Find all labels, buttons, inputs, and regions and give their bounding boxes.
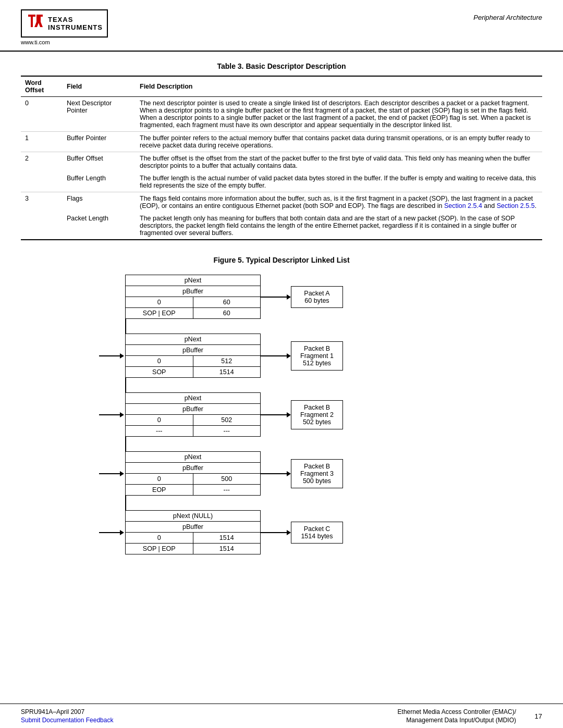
desc-row: 0 500 xyxy=(126,474,260,485)
cell-field: Buffer Pointer xyxy=(63,132,136,152)
table-row: 3 Flags The flags field contains more in… xyxy=(21,192,542,213)
table-row: Packet Length The packet length only has… xyxy=(21,212,542,240)
cell-description: The next descriptor pointer is used to c… xyxy=(136,97,542,132)
packet-box-b1: Packet BFragment 1512 bytes xyxy=(291,341,343,371)
connector-3-4 xyxy=(99,437,464,451)
cell-description: The packet length only has meaning for b… xyxy=(136,212,542,240)
desc-block-2: pNext pBuffer 0 512 SOP 1514 xyxy=(125,334,261,378)
desc-block-5: pNext (NULL) pBuffer 0 1514 SOP | EOP 15… xyxy=(125,510,261,554)
desc-row: pNext xyxy=(126,275,260,286)
arrow-to-packet-b2 xyxy=(261,412,291,417)
packet-box-c: Packet C1514 bytes xyxy=(291,522,343,544)
col-header-desc: Field Description xyxy=(136,76,542,97)
logo-box: Texas Instruments xyxy=(21,9,108,38)
desc-row: pBuffer xyxy=(126,463,260,474)
doc-id: SPRU941A–April 2007 xyxy=(21,708,113,715)
cell-description: The buffer length is the actual number o… xyxy=(136,172,542,192)
logo-area: Texas Instruments www.ti.com xyxy=(21,9,108,45)
desc-row: pNext xyxy=(126,334,260,345)
desc-block-4: pNext pBuffer 0 500 EOP --- xyxy=(125,451,261,496)
desc-row: pBuffer xyxy=(126,345,260,356)
doc-subtitle: Management Data Input/Output (MDIO) xyxy=(406,717,516,724)
submit-feedback-link[interactable]: Submit Documentation Feedback xyxy=(21,717,113,724)
figure-title: Figure 5. Typical Descriptor Linked List xyxy=(21,256,542,264)
table-title: Table 3. Basic Descriptor Description xyxy=(21,62,542,70)
logo-line2: Instruments xyxy=(48,23,103,31)
desc-row: pBuffer xyxy=(126,286,260,297)
descriptor-group-1: pNext pBuffer 0 60 SOP | EOP 60 xyxy=(99,275,464,319)
left-entry-arrow-5 xyxy=(99,530,125,535)
cell-field: Buffer Offset xyxy=(63,152,136,172)
footer-left: SPRU941A–April 2007 Submit Documentation… xyxy=(21,708,113,724)
desc-row: pBuffer xyxy=(126,522,260,533)
connector-2-3 xyxy=(99,378,464,392)
left-entry-arrow-4 xyxy=(99,471,125,476)
cell-word-offset xyxy=(21,212,63,240)
cell-description: The flags field contains more informatio… xyxy=(136,192,542,213)
page-context: Peripheral Architecture xyxy=(473,9,542,21)
packet-box-b3: Packet BFragment 3500 bytes xyxy=(291,459,343,488)
desc-row: SOP | EOP 1514 xyxy=(126,544,260,554)
desc-row: 0 1514 xyxy=(126,533,260,544)
desc-row: 0 60 xyxy=(126,297,260,308)
cell-field: Packet Length xyxy=(63,212,136,240)
desc-row: pNext xyxy=(126,452,260,463)
page-header: Texas Instruments www.ti.com Peripheral … xyxy=(0,0,563,52)
descriptor-group-3: pNext pBuffer 0 502 --- --- Pack xyxy=(99,392,464,437)
table-row: Buffer Length The buffer length is the a… xyxy=(21,172,542,192)
doc-title: Ethernet Media Access Controller (EMAC)/ xyxy=(398,708,516,715)
desc-block-3: pNext pBuffer 0 502 --- --- xyxy=(125,392,261,437)
col-header-word-offset: Word Offset xyxy=(21,76,63,97)
desc-row: pBuffer xyxy=(126,404,260,415)
table-header-row: Word Offset Field Field Description xyxy=(21,76,542,97)
ti-logo-italic xyxy=(26,13,45,34)
desc-row: EOP --- xyxy=(126,485,260,495)
logo-text: Texas Instruments xyxy=(48,16,103,31)
cell-word-offset: 2 xyxy=(21,152,63,172)
desc-row: pNext (NULL) xyxy=(126,511,260,522)
table-row: 1 Buffer Pointer The buffer pointer refe… xyxy=(21,132,542,152)
link-section-254[interactable]: Section 2.5.4 xyxy=(444,202,482,209)
desc-row: 0 512 xyxy=(126,356,260,367)
page-footer: SPRU941A–April 2007 Submit Documentation… xyxy=(0,704,563,728)
footer-right: Ethernet Media Access Controller (EMAC)/… xyxy=(398,708,516,724)
col-header-field: Field xyxy=(63,76,136,97)
descriptor-group-4: pNext pBuffer 0 500 EOP --- Pack xyxy=(99,451,464,496)
cell-description: The buffer offset is the offset from the… xyxy=(136,152,542,172)
connector-4-5 xyxy=(99,496,464,510)
link-section-255[interactable]: Section 2.5.5 xyxy=(497,202,535,209)
logo-website: www.ti.com xyxy=(21,39,50,45)
arrow-to-packet-a xyxy=(261,294,291,300)
page-number: 17 xyxy=(535,712,542,720)
cell-field: Next DescriptorPointer xyxy=(63,97,136,132)
descriptor-group-2: pNext pBuffer 0 512 SOP 1514 Pac xyxy=(99,334,464,378)
arrow-to-packet-b1 xyxy=(261,353,291,359)
packet-box-a: Packet A60 bytes xyxy=(291,286,343,308)
left-entry-arrow-3 xyxy=(99,412,125,417)
desc-row: SOP | EOP 60 xyxy=(126,308,260,318)
cell-word-offset xyxy=(21,172,63,192)
descriptor-group-5: pNext (NULL) pBuffer 0 1514 SOP | EOP 15… xyxy=(99,510,464,554)
table-row: 2 Buffer Offset The buffer offset is the… xyxy=(21,152,542,172)
desc-row: pNext xyxy=(126,393,260,404)
desc-block-1: pNext pBuffer 0 60 SOP | EOP 60 xyxy=(125,275,261,319)
left-entry-arrow-2 xyxy=(99,353,125,359)
figure-diagram: pNext pBuffer 0 60 SOP | EOP 60 xyxy=(99,275,464,554)
arrow-to-packet-b3 xyxy=(261,471,291,476)
logo-line1: Texas xyxy=(48,16,103,23)
packet-box-b2: Packet BFragment 2502 bytes xyxy=(291,400,343,429)
cell-word-offset: 0 xyxy=(21,97,63,132)
connector-1-2 xyxy=(99,319,464,334)
table-row: 0 Next DescriptorPointer The next descri… xyxy=(21,97,542,132)
cell-word-offset: 3 xyxy=(21,192,63,213)
desc-row: SOP 1514 xyxy=(126,367,260,377)
cell-field: Buffer Length xyxy=(63,172,136,192)
cell-description: The buffer pointer refers to the actual … xyxy=(136,132,542,152)
descriptor-table: Word Offset Field Field Description 0 Ne… xyxy=(21,76,542,240)
cell-word-offset: 1 xyxy=(21,132,63,152)
desc-row: --- --- xyxy=(126,426,260,436)
main-content: Table 3. Basic Descriptor Description Wo… xyxy=(0,52,563,565)
cell-field: Flags xyxy=(63,192,136,213)
desc-row: 0 502 xyxy=(126,415,260,426)
arrow-to-packet-c xyxy=(261,530,291,535)
